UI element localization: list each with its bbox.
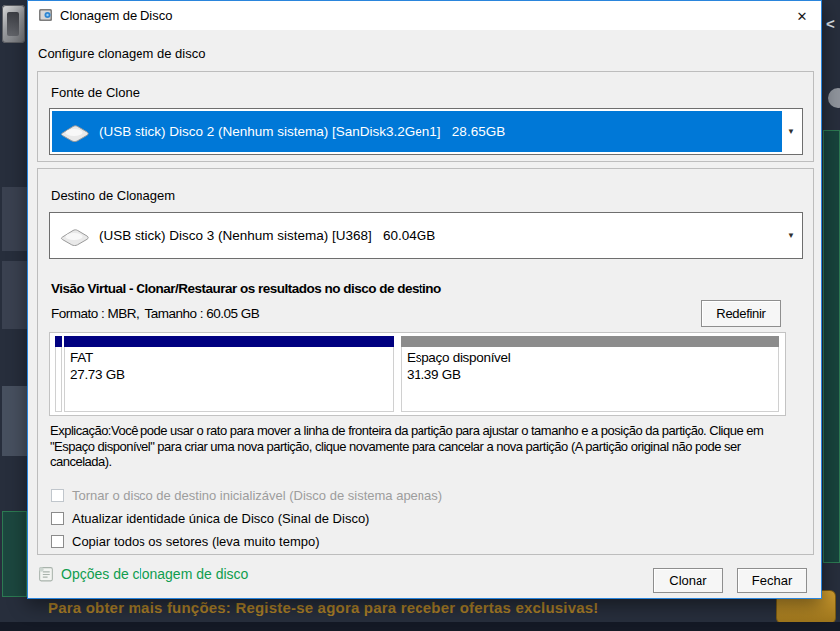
virtual-view-title: Visão Virtual - Clonar/Restaurar os resu…	[51, 281, 441, 296]
reset-button[interactable]: Redefinir	[701, 300, 781, 327]
checkbox-icon	[51, 535, 64, 548]
destination-label: Destino de Clonagem	[51, 188, 175, 203]
dialog-subtitle: Configure clonagem de disco	[38, 46, 205, 61]
partition-body: Espaço disponível 31.39 GB	[401, 347, 779, 412]
partition-size: 31.39 GB	[402, 366, 778, 383]
background-panel	[823, 130, 840, 563]
checkbox-update-disk-id[interactable]: Atualizar identidade única de Disco (Sin…	[51, 511, 369, 526]
close-icon[interactable]: ✕	[790, 4, 814, 28]
destination-disk-text: (USB stick) Disco 3 (Nenhum sistema) [U3…	[99, 228, 435, 243]
destination-disk-selected: (USB stick) Disco 3 (Nenhum sistema) [U3…	[52, 215, 782, 256]
checkbox-copy-all-sectors[interactable]: Copiar todos os setores (leva muito temp…	[51, 534, 320, 549]
partition-bar	[401, 336, 779, 347]
chevron-down-icon[interactable]: ▼	[782, 111, 800, 152]
explanation-text: Explicação:Você pode usar o rato para mo…	[50, 423, 803, 470]
partition-bar	[55, 336, 62, 347]
sidebar-tile-active	[2, 511, 27, 597]
collapse-chevron-icon[interactable]: <	[826, 15, 835, 32]
destination-disk-select[interactable]: (USB stick) Disco 3 (Nenhum sistema) [U3…	[49, 212, 803, 259]
source-label: Fonte de Clone	[51, 85, 140, 100]
partition-bar	[64, 336, 394, 347]
sidebar-tile	[2, 261, 27, 329]
source-disk-select[interactable]: (USB stick) Disco 2 (Nenhum sistema) [Sa…	[49, 108, 803, 155]
disk-drive-icon	[60, 226, 90, 246]
checkbox-icon	[51, 512, 64, 525]
partition-name: FAT	[65, 347, 393, 366]
clone-button[interactable]: Clonar	[653, 568, 723, 593]
statusbar	[0, 622, 840, 631]
help-circle-icon	[828, 88, 840, 108]
checkbox-icon	[51, 489, 64, 502]
promo-banner-text: Para obter mais funções: Registe-se agor…	[48, 599, 686, 616]
clone-options-link[interactable]: Opções de clonagem de disco	[37, 565, 248, 583]
close-button[interactable]: Fechar	[737, 568, 807, 593]
options-link-label: Opções de clonagem de disco	[61, 566, 248, 582]
disk-clone-dialog: Clonagem de Disco ✕ Configure clonagem d…	[27, 0, 822, 599]
partition-name: Espaço disponível	[402, 347, 778, 366]
checkbox-label: Tornar o disco de destino inicializável …	[72, 488, 442, 503]
app-logo	[2, 5, 25, 43]
source-disk-selected: (USB stick) Disco 2 (Nenhum sistema) [Sa…	[52, 111, 782, 152]
dialog-title: Clonagem de Disco	[60, 8, 172, 23]
checkbox-label: Copiar todos os setores (leva muito temp…	[72, 534, 320, 549]
options-icon	[37, 565, 55, 583]
checkbox-label: Atualizar identidade única de Disco (Sin…	[72, 511, 369, 526]
partition-sliver[interactable]	[55, 336, 62, 412]
disk-drive-icon	[60, 122, 90, 142]
partition-size: 27.73 GB	[65, 366, 393, 383]
disk-clone-icon	[38, 7, 54, 23]
format-size-text: Formato : MBR, Tamanho : 60.05 GB	[51, 306, 259, 321]
checkbox-make-bootable: Tornar o disco de destino inicializável …	[51, 488, 442, 503]
dialog-titlebar: Clonagem de Disco ✕	[28, 1, 821, 30]
sidebar-tile	[2, 187, 27, 251]
partition-free-space[interactable]: Espaço disponível 31.39 GB	[401, 336, 779, 412]
chevron-down-icon[interactable]: ▼	[782, 215, 800, 256]
partition-fat[interactable]: FAT 27.73 GB	[64, 336, 394, 412]
partition-map: FAT 27.73 GB Espaço disponível 31.39 GB	[49, 332, 786, 416]
screen: < Para obter mais funções: Registe-se ag…	[0, 0, 840, 631]
sidebar-tile	[2, 386, 27, 456]
source-disk-text: (USB stick) Disco 2 (Nenhum sistema) [Sa…	[99, 124, 505, 139]
partition-body: FAT 27.73 GB	[64, 347, 394, 412]
partition-body	[55, 347, 62, 412]
